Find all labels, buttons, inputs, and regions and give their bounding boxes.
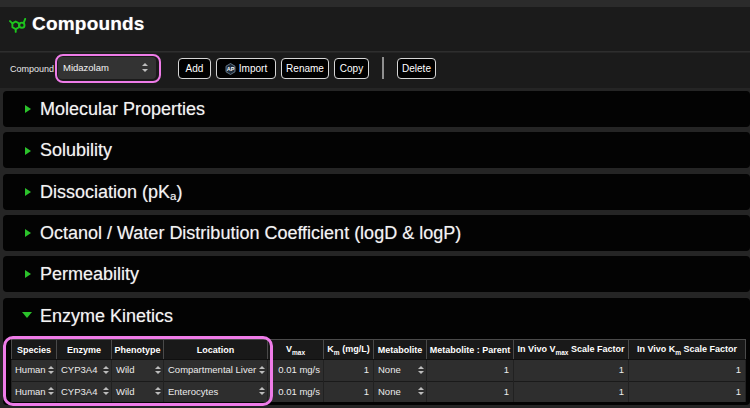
svg-text:AP: AP (227, 66, 235, 72)
